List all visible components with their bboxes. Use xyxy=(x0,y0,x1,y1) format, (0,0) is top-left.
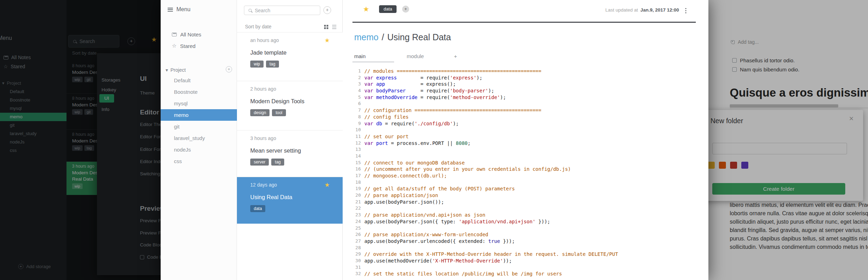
line-number: 6 xyxy=(343,100,361,107)
code-line: 17// mongoose.connect(db.url); xyxy=(343,173,705,179)
dim-overlay-right xyxy=(708,0,868,280)
code-line: 24app.use(bodyParser.json({ type: 'appli… xyxy=(343,218,705,225)
sidebar-folder-git[interactable]: git xyxy=(161,121,237,132)
stared-label: Stared xyxy=(180,43,195,49)
add-folder-button[interactable]: + xyxy=(226,66,232,72)
line-number: 21 xyxy=(343,199,361,205)
code-line: 7// configuration ======================… xyxy=(343,107,705,114)
sidebar-folder-css[interactable]: css xyxy=(161,155,237,167)
sidebar-item-all-notes[interactable]: All Notes xyxy=(172,30,201,38)
new-tab-button[interactable]: + xyxy=(454,53,457,59)
note-tags: data xyxy=(250,205,265,212)
code-token: // modules =============================… xyxy=(364,68,541,74)
code-token: // (uncomment after you enter in your ow… xyxy=(364,166,571,172)
note-star-icon[interactable]: ★ xyxy=(324,181,330,189)
line-number: 22 xyxy=(343,205,361,212)
code-line: 2var express = require('express'); xyxy=(343,75,705,81)
note-item[interactable]: an hours ago★Jade templatewiptag xyxy=(237,33,343,81)
sidebar-folder-Default[interactable]: Default xyxy=(161,75,237,86)
code-token: methodOverride xyxy=(376,94,418,100)
sidebar-folder-mysql[interactable]: mysql xyxy=(161,98,237,109)
menu-button[interactable]: Menu xyxy=(168,6,190,13)
code-token: // configuration =======================… xyxy=(364,107,541,113)
code-text: // parse application/vnd.api+json as jso… xyxy=(364,212,485,218)
hamburger-icon xyxy=(168,8,173,12)
last-updated-value: Jan.9, 2017 12:00 xyxy=(640,7,679,13)
search-input[interactable] xyxy=(255,8,307,13)
line-number: 15 xyxy=(343,160,361,166)
note-title: Mean server setting xyxy=(250,147,301,154)
screenshot-root: All Notes ☆ Stared ▾ Project DefaultBoos… xyxy=(0,0,868,280)
new-note-button[interactable]: + xyxy=(323,6,331,14)
note-time: an hours ago xyxy=(250,37,279,43)
line-number: 3 xyxy=(343,81,361,88)
code-text: var express = require('express'); xyxy=(364,75,482,81)
code-text: // modules =============================… xyxy=(364,68,541,75)
code-token: bodyParser xyxy=(376,88,406,93)
more-menu-button[interactable] xyxy=(684,8,688,13)
code-line: 12var port = process.env.PORT || 8080; xyxy=(343,140,705,147)
sidebar-item-stared[interactable]: ☆ Stared xyxy=(172,42,196,50)
list-view-icon[interactable] xyxy=(332,25,336,26)
note-item[interactable]: 12 days ago★Using Real Datadata xyxy=(237,177,343,224)
note-item[interactable]: 3 hours agoMean server settingservertag xyxy=(237,131,343,177)
code-line: 25 xyxy=(343,225,705,232)
last-updated-label: Last updated at xyxy=(606,7,638,13)
code-line: 21app.use(bodyParser.json()); xyxy=(343,199,705,205)
code-token: app.use(bodyParser.json()); xyxy=(364,199,444,205)
sidebar-folder-Boostnote[interactable]: Boostnote xyxy=(161,86,237,98)
code-token: db xyxy=(376,121,382,126)
code-token: // parse application/x-www-form-urlencod… xyxy=(364,232,488,237)
code-editor[interactable]: 1// modules ============================… xyxy=(343,68,705,280)
code-text: // get all data/stuff of the body (POST)… xyxy=(364,186,515,192)
sidebar-folder-nodeJs[interactable]: nodeJs xyxy=(161,144,237,155)
note-item[interactable]: 2 hours agoModern Design Toolsdesigntool xyxy=(237,81,343,131)
code-token: ); xyxy=(476,75,482,80)
code-line: 11// set our port xyxy=(343,133,705,140)
line-number: 16 xyxy=(343,166,361,173)
tag-pill: server xyxy=(250,159,269,166)
code-token: app.use(bodyParser.json({ type: xyxy=(364,219,459,224)
code-token: var xyxy=(364,140,373,146)
sidebar-folder-memo[interactable]: memo xyxy=(161,109,237,121)
code-token: 'application/vnd.api+json' xyxy=(459,219,536,224)
line-number: 27 xyxy=(343,238,361,245)
code-text: // (uncomment after you enter in your ow… xyxy=(364,166,571,173)
code-token: 'express' xyxy=(450,75,476,80)
code-token: app.use(bodyParser.urlencoded({ extended… xyxy=(364,238,488,244)
search-box[interactable] xyxy=(244,6,320,15)
active-tab-underline xyxy=(352,62,394,62)
code-token: // config files xyxy=(364,114,408,120)
note-title: Using Real Data xyxy=(387,32,451,42)
code-token: = require( xyxy=(382,121,415,126)
code-line: 5var methodOverride = require('method-ov… xyxy=(343,94,705,101)
code-token: 'X-HTTP-Method-Override' xyxy=(432,258,503,264)
code-line: 3var app = express(); xyxy=(343,81,705,88)
note-title: Modern Design Tools xyxy=(250,98,304,105)
star-icon[interactable]: ★ xyxy=(363,5,369,13)
sidebar-folder-laravel_study[interactable]: laravel_study xyxy=(161,132,237,144)
tag-pill[interactable]: data xyxy=(379,5,397,13)
archive-icon xyxy=(172,33,177,36)
note-folder-name[interactable]: memo xyxy=(354,32,378,42)
sort-dropdown[interactable]: Sort by date xyxy=(245,24,272,29)
vertical-dots-icon xyxy=(685,10,686,11)
code-token: var xyxy=(364,81,373,87)
code-text: // config files xyxy=(364,114,408,120)
tag-pill: data xyxy=(250,205,265,212)
tab-main[interactable]: main xyxy=(354,53,366,59)
line-number: 30 xyxy=(343,258,361,264)
note-tags: servertag xyxy=(250,159,284,166)
code-token: './config/db' xyxy=(414,121,453,126)
code-token: // mongoose.connect(db.url); xyxy=(364,173,447,178)
grid-view-icon[interactable] xyxy=(324,25,326,27)
add-tag-button[interactable]: + xyxy=(402,6,409,13)
code-token: // connect to our mongoDB database xyxy=(364,160,465,166)
code-line: 9var db = require('./config/db'); xyxy=(343,120,705,127)
note-star-icon[interactable]: ★ xyxy=(324,37,330,44)
tab-module[interactable]: module xyxy=(407,53,424,59)
code-token: 8080 xyxy=(456,140,468,146)
project-header[interactable]: ▾ Project xyxy=(166,66,186,74)
line-number: 25 xyxy=(343,225,361,232)
code-token: = express(); xyxy=(385,81,456,87)
